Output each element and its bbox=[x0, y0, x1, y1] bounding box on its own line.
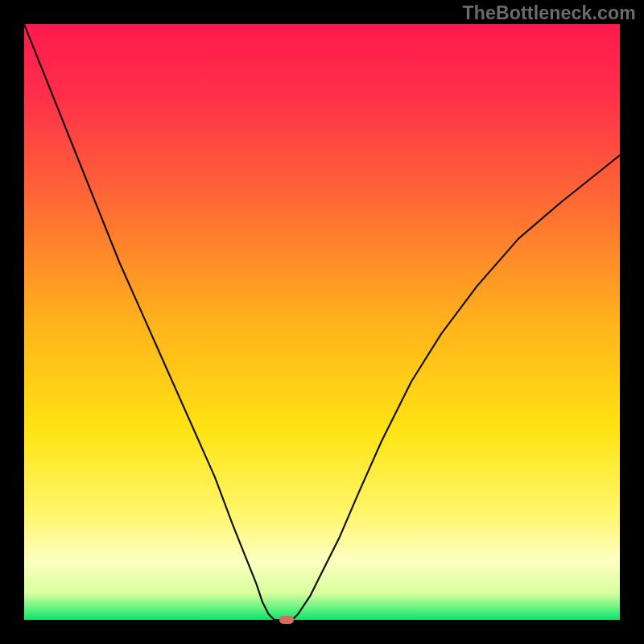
watermark-text: TheBottleneck.com bbox=[0, 2, 644, 24]
notch-marker bbox=[279, 616, 294, 624]
chart-frame: TheBottleneck.com bbox=[0, 0, 644, 644]
gradient-background bbox=[24, 24, 620, 620]
plot-area bbox=[24, 24, 620, 620]
plot-svg bbox=[24, 24, 620, 620]
